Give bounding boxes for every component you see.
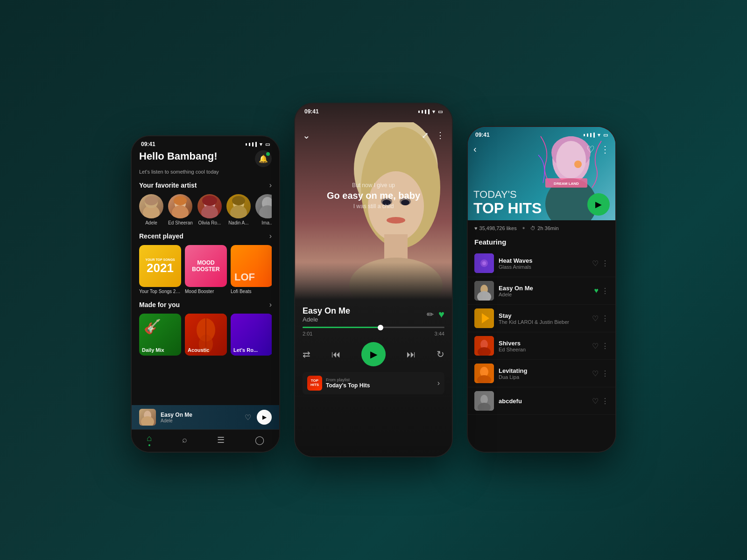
duration-text: 2h 36min bbox=[537, 225, 558, 231]
artist-avatar-nadin bbox=[226, 194, 251, 218]
middle-phone: 09:41 ▾ ▭ ⌄ ⤢ ⋮ bbox=[294, 103, 453, 457]
player-song-artist: Adele bbox=[161, 418, 240, 423]
time-row: 2:01 3:44 bbox=[303, 331, 444, 336]
track-item-levitating[interactable]: Levitating Dua Lipa ♡ ⋮ bbox=[468, 360, 615, 387]
shuffle-button[interactable]: ⇄ bbox=[303, 349, 310, 360]
track-name-abcdefu: abcdefu bbox=[499, 398, 587, 405]
right-play-button[interactable]: ▶ bbox=[587, 193, 610, 216]
ed-avatar-svg bbox=[168, 194, 192, 218]
signal-bar-3 bbox=[252, 142, 254, 147]
card-lofi-text: LOF bbox=[234, 271, 255, 283]
track-heart-stay[interactable]: ♡ bbox=[592, 314, 599, 323]
meta-separator: • bbox=[522, 224, 525, 232]
made-lets-wrapper[interactable]: Let's Ro... bbox=[231, 314, 272, 356]
track-heart-easy-on-me[interactable]: ♥ bbox=[594, 287, 599, 295]
progress-dot bbox=[378, 325, 383, 330]
nav-library[interactable]: ☰ bbox=[217, 435, 225, 445]
player-info: Easy On Me Adele bbox=[161, 412, 240, 423]
chevron-down-icon[interactable]: ⌄ bbox=[303, 130, 310, 141]
card-lofi-label: Lofi Beats bbox=[231, 289, 272, 294]
track-info-levitating: Levitating Dua Lipa bbox=[499, 367, 587, 380]
track-thumb-abcdefu bbox=[474, 391, 494, 411]
card-top-songs-wrapper[interactable]: YOUR TOP SONGS 2021 Your Top Songs 2021 bbox=[139, 245, 181, 294]
track-more-easy-on-me[interactable]: ⋮ bbox=[601, 287, 609, 295]
track-item-abcdefu[interactable]: abcdefu ♡ ⋮ bbox=[468, 387, 615, 415]
card-top-songs: YOUR TOP SONGS 2021 bbox=[139, 245, 181, 287]
artist-item-nadin[interactable]: Nadin A... bbox=[226, 194, 251, 225]
play-pause-button[interactable]: ▶ bbox=[361, 342, 386, 366]
song-info-row: Easy On Me Adele ✏ ♥ bbox=[303, 306, 444, 323]
track-more-abcdefu[interactable]: ⋮ bbox=[601, 397, 609, 406]
middle-status-icons: ▾ ▭ bbox=[418, 108, 443, 115]
svg-text:DREAM LAND: DREAM LAND bbox=[554, 182, 579, 186]
heart-liked-icon[interactable]: ♥ bbox=[438, 308, 444, 321]
track-actions-stay: ♡ ⋮ bbox=[592, 314, 609, 323]
track-heart-levitating[interactable]: ♡ bbox=[592, 369, 599, 378]
favorite-artist-label: Your favorite artist bbox=[139, 182, 197, 189]
track-item-stay[interactable]: Stay The Kid LAROI & Justin Bieber ♡ ⋮ bbox=[468, 305, 615, 332]
nav-profile[interactable]: ◯ bbox=[255, 435, 264, 445]
m-signal-4 bbox=[428, 109, 430, 114]
guitar-icon: 🎸 bbox=[144, 318, 161, 335]
track-actions-heat-waves: ♡ ⋮ bbox=[592, 259, 609, 268]
edit-icon[interactable]: ✏ bbox=[427, 309, 434, 320]
from-playlist-bar[interactable]: TOPHITS From playlist Today's Top Hits › bbox=[303, 372, 444, 394]
signal-bar-2 bbox=[249, 143, 250, 146]
track-heart-shivers[interactable]: ♡ bbox=[592, 342, 599, 350]
track-actions-easy-on-me: ♥ ⋮ bbox=[594, 287, 609, 295]
track-heart-abcdefu[interactable]: ♡ bbox=[592, 397, 599, 406]
middle-status-time: 09:41 bbox=[304, 108, 319, 115]
home-icon: ⌂ bbox=[147, 434, 152, 443]
artist-item-adele[interactable]: Adele bbox=[139, 194, 163, 225]
player-heart-button[interactable]: ♡ bbox=[245, 413, 251, 422]
share-icon[interactable]: ⤢ bbox=[422, 130, 429, 140]
made-acoustic-label: Acoustic bbox=[188, 347, 209, 353]
made-daily-wrapper[interactable]: 🎸 Daily Mix bbox=[139, 314, 181, 356]
track-more-heat-waves[interactable]: ⋮ bbox=[601, 259, 609, 268]
nav-search[interactable]: ⌕ bbox=[182, 435, 187, 445]
track-heart-heat-waves[interactable]: ♡ bbox=[592, 259, 599, 268]
track-item-easy-on-me[interactable]: Easy On Me Adele ♥ ⋮ bbox=[468, 277, 615, 305]
track-item-shivers[interactable]: Shivers Ed Sheeran ♡ ⋮ bbox=[468, 332, 615, 360]
card-mood: MOODBOOSTER bbox=[185, 245, 227, 287]
artist-item-ed[interactable]: Ed Sheeran bbox=[168, 194, 193, 225]
track-more-shivers[interactable]: ⋮ bbox=[601, 342, 609, 350]
track-more-stay[interactable]: ⋮ bbox=[601, 314, 609, 323]
nav-home-dot bbox=[148, 444, 150, 446]
player-play-button[interactable]: ▶ bbox=[257, 410, 272, 425]
recent-played-arrow[interactable]: › bbox=[269, 232, 272, 240]
recent-played-label: Recent played bbox=[139, 232, 183, 240]
made-lets-label: Let's Ro... bbox=[233, 347, 258, 353]
card-lofi-wrapper[interactable]: LOF Lofi Beats bbox=[231, 245, 272, 294]
nav-home[interactable]: ⌂ bbox=[147, 434, 152, 446]
track-item-heat-waves[interactable]: Heat Waves Glass Animals ♡ ⋮ bbox=[468, 250, 615, 277]
right-more-icon[interactable]: ⋮ bbox=[600, 144, 610, 155]
favorite-artist-arrow[interactable]: › bbox=[269, 181, 272, 189]
card-mood-wrapper[interactable]: MOODBOOSTER Mood Booster bbox=[185, 245, 227, 294]
progress-track bbox=[303, 327, 444, 328]
player-thumbnail bbox=[139, 409, 156, 426]
made-acoustic-wrapper[interactable]: Acoustic bbox=[185, 314, 227, 356]
artists-row: Adele Ed Sheeran bbox=[139, 194, 272, 225]
progress-bar-container[interactable] bbox=[303, 327, 444, 328]
svg-point-5 bbox=[172, 205, 189, 218]
artist-item-more[interactable]: Ima... bbox=[255, 194, 272, 225]
repeat-button[interactable]: ↻ bbox=[437, 349, 444, 360]
artist-name-ed: Ed Sheeran bbox=[168, 220, 193, 225]
back-arrow-icon[interactable]: ‹ bbox=[473, 144, 477, 154]
made-cards-row: 🎸 Daily Mix bbox=[139, 314, 272, 356]
card-mood-label: Mood Booster bbox=[185, 289, 227, 294]
artist-item-olivia[interactable]: Olivia Ro... bbox=[197, 194, 222, 225]
previous-button[interactable]: ⏮ bbox=[331, 349, 341, 360]
playlist-badge: TOPHITS bbox=[307, 376, 322, 391]
middle-song-artist: Adele bbox=[303, 316, 350, 323]
more-options-icon[interactable]: ⋮ bbox=[436, 130, 444, 140]
made-for-you-arrow[interactable]: › bbox=[269, 301, 272, 309]
heart-outline-icon[interactable]: ♡ bbox=[586, 144, 595, 155]
next-button[interactable]: ⏭ bbox=[407, 349, 416, 360]
card-year: 2021 bbox=[147, 262, 174, 274]
notification-button[interactable]: 🔔 bbox=[255, 150, 272, 167]
greeting-subtitle: Let's listen to something cool today bbox=[139, 169, 272, 175]
left-screen: 09:41 ▾ ▭ Hello Bambang! bbox=[132, 136, 279, 452]
track-more-levitating[interactable]: ⋮ bbox=[601, 369, 609, 378]
